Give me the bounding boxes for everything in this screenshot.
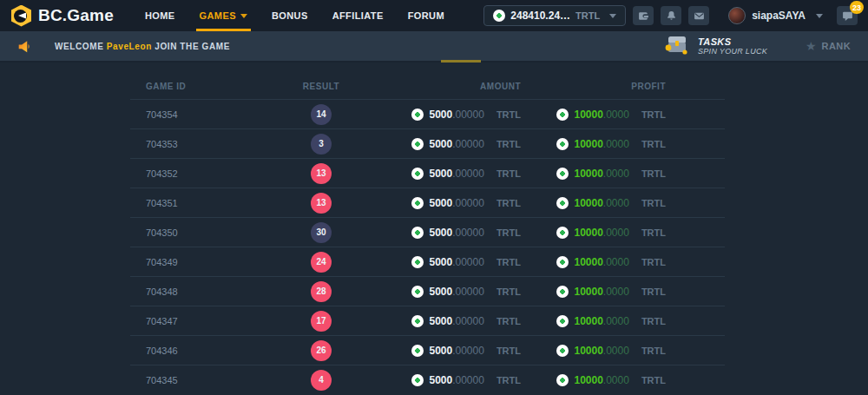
trtl-coin-icon xyxy=(411,256,424,268)
caret-down-icon xyxy=(240,14,247,18)
active-tab-indicator xyxy=(441,60,481,63)
trtl-coin-icon xyxy=(493,10,505,22)
amount-currency: TRTL xyxy=(496,375,521,385)
welcome-message: WELCOME PaveLeon JOIN THE GAME xyxy=(55,42,230,51)
messages-button[interactable] xyxy=(688,6,709,25)
treasure-chest-icon xyxy=(664,34,690,59)
amount-value: 5000.00000 xyxy=(429,256,483,268)
profit-currency: TRTL xyxy=(641,227,666,238)
trtl-coin-icon xyxy=(411,168,424,180)
profit-currency: TRTL xyxy=(641,286,666,297)
caret-down-icon xyxy=(816,14,823,18)
profit-currency: TRTL xyxy=(641,257,666,267)
column-header-result: RESULT xyxy=(295,82,347,91)
profit-currency: TRTL xyxy=(641,139,666,149)
top-navbar: BC.Game HOME GAMES BONUS AFFILIATE FORUM… xyxy=(0,0,868,31)
profit-currency: TRTL xyxy=(641,316,666,326)
notifications-button[interactable] xyxy=(661,6,681,25)
topbar-right: 248410.24… TRTL siapaSAYA 23 xyxy=(483,5,858,26)
amount-value: 5000.00000 xyxy=(429,109,483,121)
profit-currency: TRTL xyxy=(641,198,666,208)
trtl-coin-icon xyxy=(411,286,424,298)
game-id-cell: 704354 xyxy=(130,109,295,120)
result-badge: 13 xyxy=(311,193,332,214)
profit-currency: TRTL xyxy=(641,346,666,356)
result-cell: 4 xyxy=(295,370,347,391)
amount-currency: TRTL xyxy=(496,198,521,208)
trtl-coin-icon xyxy=(556,374,569,386)
nav-item-home[interactable]: HOME xyxy=(133,0,187,31)
nav-item-games[interactable]: GAMES xyxy=(187,0,260,31)
table-row[interactable]: 704352 13 5000.00000 TRTL 10000.0000 TRT… xyxy=(130,158,725,188)
trtl-coin-icon xyxy=(411,227,424,239)
trtl-coin-icon xyxy=(556,315,569,327)
table-row[interactable]: 704349 24 5000.00000 TRTL 10000.0000 TRT… xyxy=(130,247,725,276)
user-menu[interactable]: siapaSAYA xyxy=(728,7,823,24)
table-row[interactable]: 704347 17 5000.00000 TRTL 10000.0000 TRT… xyxy=(130,306,725,335)
result-badge: 26 xyxy=(311,340,332,361)
result-cell: 3 xyxy=(295,134,347,155)
trtl-coin-icon xyxy=(556,227,569,239)
main-nav: HOME GAMES BONUS AFFILIATE FORUM xyxy=(133,0,457,31)
table-row[interactable]: 704351 13 5000.00000 TRTL 10000.0000 TRT… xyxy=(130,188,725,217)
nav-item-forum[interactable]: FORUM xyxy=(396,0,457,31)
nav-games-label: GAMES xyxy=(200,10,236,21)
caret-down-icon xyxy=(609,14,616,18)
bcgame-logo-icon xyxy=(10,5,32,27)
game-id-cell: 704351 xyxy=(130,198,295,208)
table-row[interactable]: 704348 28 5000.00000 TRTL 10000.0000 TRT… xyxy=(130,276,725,306)
amount-value: 5000.00000 xyxy=(429,315,483,327)
trtl-coin-icon xyxy=(556,256,569,268)
banner-right: TASKS SPIN YOUR LUCK ★ RANK xyxy=(664,34,851,59)
rank-widget[interactable]: ★ RANK xyxy=(806,40,851,52)
chat-unread-badge: 23 xyxy=(850,1,864,14)
result-badge: 24 xyxy=(311,252,332,273)
table-row[interactable]: 704354 14 5000.00000 TRTL 10000.0000 TRT… xyxy=(130,99,725,128)
logo-text: BC.Game xyxy=(38,6,114,25)
result-badge: 13 xyxy=(311,163,332,184)
amount-cell: 5000.00000 TRTL xyxy=(347,345,529,357)
amount-cell: 5000.00000 TRTL xyxy=(347,109,529,121)
amount-cell: 5000.00000 TRTL xyxy=(347,286,529,298)
profit-currency: TRTL xyxy=(641,109,666,120)
result-cell: 13 xyxy=(295,193,347,214)
table-row[interactable]: 704350 30 5000.00000 TRTL 10000.0000 TRT… xyxy=(130,217,725,247)
amount-currency: TRTL xyxy=(496,257,521,267)
amount-cell: 5000.00000 TRTL xyxy=(347,227,529,239)
tasks-widget[interactable]: TASKS SPIN YOUR LUCK xyxy=(664,34,767,59)
trtl-coin-icon xyxy=(556,197,569,209)
trtl-coin-icon xyxy=(556,168,569,180)
tasks-subtitle: SPIN YOUR LUCK xyxy=(698,47,767,56)
column-header-profit: PROFIT xyxy=(529,82,725,91)
profit-value: 10000.0000 xyxy=(574,256,628,268)
nav-item-affiliate[interactable]: AFFILIATE xyxy=(320,0,396,31)
result-cell: 13 xyxy=(295,163,347,184)
table-row[interactable]: 704353 3 5000.00000 TRTL 10000.0000 TRTL xyxy=(130,128,725,158)
result-cell: 30 xyxy=(295,222,347,243)
profit-value: 10000.0000 xyxy=(574,286,628,298)
wallet-icon xyxy=(638,10,649,22)
result-badge: 3 xyxy=(311,134,332,155)
logo[interactable]: BC.Game xyxy=(10,5,114,27)
profit-cell: 10000.0000 TRTL xyxy=(529,345,725,357)
amount-currency: TRTL xyxy=(496,109,521,120)
trtl-coin-icon xyxy=(556,345,569,357)
amount-value: 5000.00000 xyxy=(429,286,483,298)
result-badge: 4 xyxy=(311,370,332,391)
table-row[interactable]: 704346 26 5000.00000 TRTL 10000.0000 TRT… xyxy=(130,335,725,365)
balance-selector[interactable]: 248410.24… TRTL xyxy=(483,5,626,26)
table-row[interactable]: 704345 4 5000.00000 TRTL 10000.0000 TRTL xyxy=(130,365,725,394)
game-id-cell: 704353 xyxy=(130,139,295,149)
profit-cell: 10000.0000 TRTL xyxy=(529,138,725,150)
nav-item-bonus[interactable]: BONUS xyxy=(260,0,320,31)
game-id-cell: 704346 xyxy=(130,346,295,356)
wallet-button[interactable] xyxy=(633,6,654,25)
trtl-coin-icon xyxy=(411,197,424,209)
main-content: GAME ID RESULT AMOUNT PROFIT 704354 14 5… xyxy=(0,63,868,394)
amount-currency: TRTL xyxy=(496,139,521,149)
trtl-coin-icon xyxy=(411,315,424,327)
game-id-cell: 704352 xyxy=(130,168,295,179)
tasks-text: TASKS SPIN YOUR LUCK xyxy=(698,36,767,56)
profit-currency: TRTL xyxy=(641,375,666,385)
chat-button[interactable]: 23 xyxy=(837,6,858,25)
